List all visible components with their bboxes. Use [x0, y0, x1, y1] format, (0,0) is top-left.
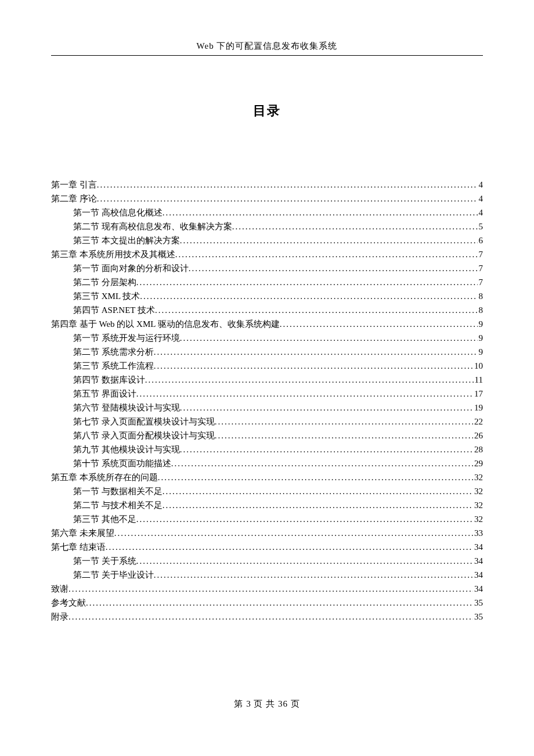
toc-entry: 第三节 XML 技术 8 — [51, 289, 483, 303]
toc-entry-label: 第七节 录入页面配置模块设计与实现 — [73, 415, 215, 429]
toc-leader-dots — [154, 568, 473, 582]
toc-entry-label: 第二节 分层架构 — [73, 275, 136, 289]
toc-entry: 第二节 关于毕业设计 34 — [51, 568, 483, 582]
toc-leader-dots — [155, 303, 478, 317]
toc-leader-dots — [68, 610, 473, 624]
toc-entry-page: 6 — [478, 233, 484, 247]
toc-entry-page: 34 — [473, 582, 483, 596]
toc-leader-dots — [180, 233, 478, 247]
toc-entry-page: 8 — [478, 303, 484, 317]
toc-entry-page: 8 — [478, 289, 484, 303]
toc-leader-dots — [136, 275, 478, 289]
toc-entry: 第四节 数据库设计 11 — [51, 373, 483, 387]
toc-entry: 第八节 录入页面分配模块设计与实现 26 — [51, 429, 483, 442]
toc-entry: 第三节 本文提出的解决方案 6 — [51, 233, 483, 247]
toc-entry: 第三节 其他不足 32 — [51, 512, 483, 526]
header-rule — [51, 55, 483, 56]
toc-entry-page: 9 — [478, 345, 484, 359]
document-page: Web 下的可配置信息发布收集系统 目录 第一章 引言 4第二章 序论 4第一节… — [0, 0, 534, 624]
toc-entry-label: 第一节 与数据相关不足 — [73, 484, 163, 498]
toc-leader-dots — [175, 247, 478, 261]
toc-entry-page: 34 — [473, 568, 483, 582]
toc-entry-page: 19 — [473, 401, 483, 415]
toc-leader-dots — [106, 540, 473, 554]
toc-entry-label: 第八节 录入页面分配模块设计与实现 — [73, 429, 215, 442]
toc-entry-label: 参考文献 — [51, 596, 86, 610]
toc-entry-label: 第一章 引言 — [51, 178, 97, 192]
toc-entry-label: 第一节 面向对象的分析和设计 — [73, 261, 189, 275]
toc-entry-label: 第三节 XML 技术 — [73, 289, 140, 303]
toc-entry: 第二章 序论 4 — [51, 192, 483, 206]
toc-entry-page: 11 — [474, 373, 483, 387]
toc-entry-label: 第七章 结束语 — [51, 540, 106, 554]
toc-entry-label: 第一节 系统开发与运行环境 — [73, 331, 180, 345]
toc-entry-page: 7 — [478, 275, 484, 289]
toc-entry: 第九节 其他模块设计与实现 28 — [51, 442, 483, 456]
toc-entry-label: 第五章 本系统所存在的问题 — [51, 470, 158, 484]
toc-entry: 第一节 关于系统 34 — [51, 554, 483, 568]
toc-entry: 第一章 引言 4 — [51, 178, 483, 192]
toc-entry-page: 9 — [478, 331, 484, 345]
toc-entry: 参考文献 35 — [51, 596, 483, 610]
toc-entry: 第七章 结束语 34 — [51, 540, 483, 554]
toc-entry-page: 34 — [473, 540, 483, 554]
toc-leader-dots — [280, 317, 478, 331]
toc-leader-dots — [171, 456, 473, 470]
toc-leader-dots — [180, 401, 473, 415]
toc-leader-dots — [215, 429, 473, 442]
toc-leader-dots — [180, 331, 478, 345]
toc-entry-page: 17 — [473, 387, 483, 401]
toc-entry-page: 10 — [473, 359, 483, 373]
toc-entry-label: 第四节 数据库设计 — [73, 373, 145, 387]
toc-entry-label: 第二章 序论 — [51, 192, 97, 206]
toc-entry-page: 22 — [473, 415, 483, 429]
toc-entry: 附录 35 — [51, 610, 483, 624]
toc-entry-page: 32 — [473, 470, 483, 484]
toc-entry-label: 第十节 系统页面功能描述 — [73, 456, 171, 470]
toc-leader-dots — [215, 415, 473, 429]
toc-entry-page: 7 — [478, 247, 484, 261]
toc-leader-dots — [154, 359, 473, 373]
toc-leader-dots — [136, 554, 473, 568]
toc-entry: 第六章 未来展望 33 — [51, 526, 483, 540]
toc-entry: 第二节 与技术相关不足 32 — [51, 498, 483, 512]
toc-entry-page: 28 — [473, 442, 483, 456]
toc-entry-page: 7 — [478, 261, 484, 275]
toc-entry-label: 第三节 本文提出的解决方案 — [73, 233, 180, 247]
toc-entry-label: 第四节 ASP.NET 技术 — [73, 303, 155, 317]
toc-leader-dots — [136, 512, 473, 526]
toc-entry-label: 第四章 基于 Web 的以 XML 驱动的信息发布、收集系统构建 — [51, 317, 280, 331]
toc-entry-label: 致谢 — [51, 582, 68, 596]
toc-entry-label: 第三节 系统工作流程 — [73, 359, 154, 373]
toc-entry-label: 第五节 界面设计 — [73, 387, 136, 401]
toc-entry-page: 34 — [473, 554, 483, 568]
toc-leader-dots — [97, 192, 478, 206]
toc-entry-label: 第二节 与技术相关不足 — [73, 498, 163, 512]
toc-leader-dots — [163, 498, 473, 512]
toc-leader-dots — [140, 289, 477, 303]
document-header: Web 下的可配置信息发布收集系统 — [51, 41, 483, 55]
toc-entry-page: 9 — [478, 317, 484, 331]
toc-entry-page: 29 — [473, 456, 483, 470]
toc-leader-dots — [189, 261, 478, 275]
toc-entry-label: 第二节 系统需求分析 — [73, 345, 154, 359]
toc-entry-page: 32 — [473, 498, 483, 512]
toc-entry-label: 第一节 关于系统 — [73, 554, 136, 568]
toc-entry-page: 26 — [473, 429, 483, 442]
toc-entry: 第二节 分层架构 7 — [51, 275, 483, 289]
toc-entry-label: 附录 — [51, 610, 68, 624]
toc-entry: 第六节 登陆模块设计与实现 19 — [51, 401, 483, 415]
toc-entry: 第一节 面向对象的分析和设计 7 — [51, 261, 483, 275]
toc-leader-dots — [86, 596, 473, 610]
toc-leader-dots — [145, 373, 474, 387]
toc-entry: 第二节 系统需求分析 9 — [51, 345, 483, 359]
table-of-contents: 第一章 引言 4第二章 序论 4第一节 高校信息化概述 4第二节 现有高校信息发… — [51, 178, 483, 624]
toc-entry-label: 第六节 登陆模块设计与实现 — [73, 401, 180, 415]
toc-entry-page: 4 — [478, 178, 484, 192]
toc-entry-label: 第二节 现有高校信息发布、收集解决方案 — [73, 219, 232, 233]
toc-leader-dots — [114, 526, 473, 540]
toc-entry-page: 32 — [473, 512, 483, 526]
toc-entry-page: 35 — [473, 596, 483, 610]
toc-title: 目录 — [51, 102, 483, 120]
toc-entry-label: 第二节 关于毕业设计 — [73, 568, 154, 582]
